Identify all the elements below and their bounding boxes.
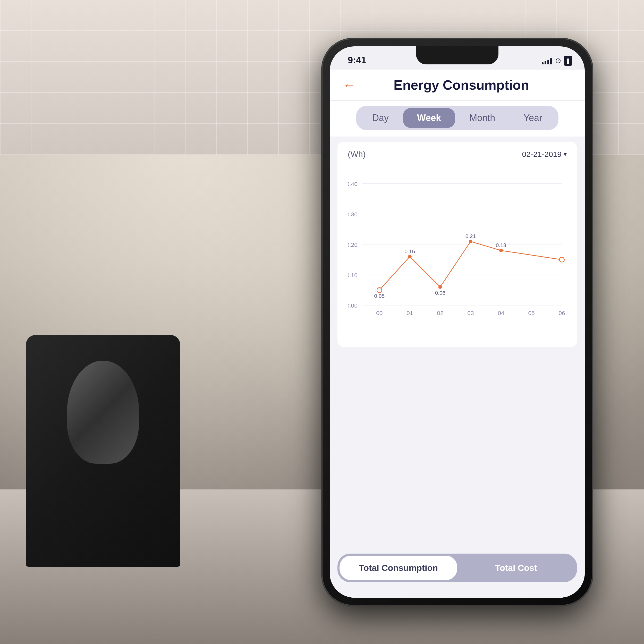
app-content: ← Energy Consumption Day Week Month Year [330, 70, 585, 598]
phone-screen: 9:41 ⊙ ▮ ← Energy Consumpt [330, 46, 585, 598]
signal-bar-3 [547, 60, 549, 64]
svg-text:05: 05 [528, 310, 535, 316]
svg-text:03: 03 [467, 310, 474, 316]
chart-canvas: 0.40 0.30 0.20 0.10 0.00 [348, 164, 567, 339]
tab-day[interactable]: Day [358, 108, 403, 128]
tab-year[interactable]: Year [509, 108, 556, 128]
app-header: ← Energy Consumption [330, 70, 585, 101]
signal-bar-1 [542, 62, 544, 64]
signal-bar-2 [545, 61, 546, 64]
signal-icon [542, 57, 552, 64]
svg-text:06: 06 [559, 310, 565, 316]
svg-text:0.21: 0.21 [465, 233, 476, 239]
tab-bar: Day Week Month Year [330, 101, 585, 137]
data-point-02 [439, 285, 442, 288]
svg-text:0.16: 0.16 [405, 248, 415, 254]
data-point-00 [377, 288, 382, 293]
chart-section: (Wh) 02-21-2019 ▾ 0.40 0.30 [337, 142, 577, 347]
phone-notch [416, 46, 498, 64]
chart-header: (Wh) 02-21-2019 ▾ [348, 149, 567, 159]
data-point-01 [408, 255, 411, 258]
svg-text:0.10: 0.10 [348, 272, 358, 278]
phone-frame: 9:41 ⊙ ▮ ← Energy Consumpt [322, 39, 592, 605]
wifi-icon: ⊙ [555, 56, 561, 65]
coffee-maker [26, 335, 180, 567]
svg-text:0.18: 0.18 [496, 242, 506, 248]
bottom-tab-total-consumption[interactable]: Total Consumption [340, 556, 457, 580]
tab-group: Day Week Month Year [356, 106, 558, 130]
bottom-tabs: Total Consumption Total Cost [337, 554, 577, 582]
svg-text:02: 02 [437, 310, 443, 316]
svg-text:0.20: 0.20 [348, 241, 358, 248]
svg-text:0.06: 0.06 [435, 290, 445, 296]
phone-wrapper: 9:41 ⊙ ▮ ← Energy Consumpt [322, 39, 592, 605]
svg-text:0.40: 0.40 [348, 181, 358, 187]
chart-date-selector[interactable]: 02-21-2019 ▾ [522, 150, 567, 159]
data-point-04 [499, 249, 502, 252]
svg-text:01: 01 [406, 310, 413, 316]
data-point-03 [469, 240, 472, 243]
page-title: Energy Consumption [364, 77, 559, 93]
status-time: 9:41 [348, 55, 366, 66]
svg-text:0.30: 0.30 [348, 211, 358, 218]
signal-bar-4 [550, 58, 552, 64]
bottom-tab-total-cost[interactable]: Total Cost [457, 556, 575, 580]
chevron-down-icon: ▾ [564, 151, 567, 158]
chart-svg: 0.40 0.30 0.20 0.10 0.00 [348, 164, 567, 339]
battery-icon: ▮ [564, 56, 572, 66]
status-icons: ⊙ ▮ [542, 56, 572, 66]
back-button[interactable]: ← [343, 78, 356, 92]
svg-text:0.00: 0.00 [348, 302, 358, 309]
tab-week[interactable]: Week [403, 108, 455, 128]
chart-unit: (Wh) [348, 149, 366, 159]
svg-text:04: 04 [498, 310, 504, 316]
svg-text:0.05: 0.05 [374, 293, 385, 299]
chart-date-value: 02-21-2019 [522, 150, 562, 159]
tab-month[interactable]: Month [455, 108, 509, 128]
svg-text:00: 00 [376, 310, 383, 316]
data-point-06 [560, 257, 564, 262]
